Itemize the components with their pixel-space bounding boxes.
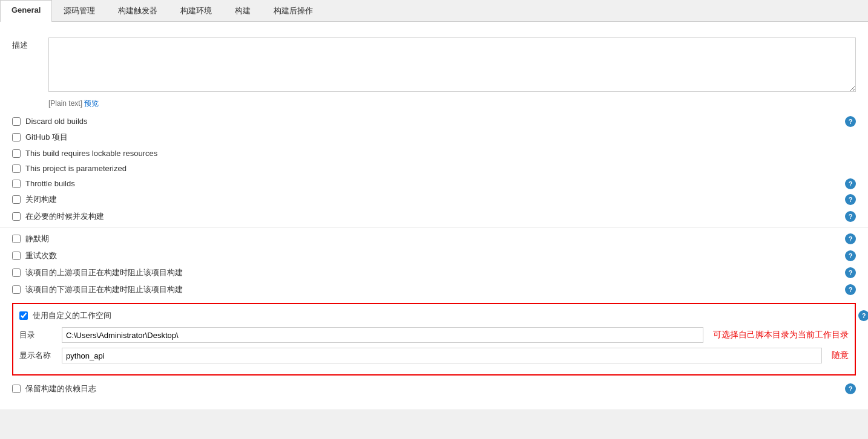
block-upstream-help-icon[interactable]: ? [845, 267, 856, 278]
lockable-resources-label[interactable]: This build requires lockable resources [25, 149, 157, 158]
block-upstream-checkbox[interactable] [12, 268, 21, 277]
description-row: 描述 [0, 34, 868, 97]
block-downstream-checkbox[interactable] [12, 285, 21, 294]
preserve-deps-help-icon[interactable]: ? [845, 383, 856, 394]
tab-general[interactable]: General [0, 0, 52, 22]
checkbox-block-downstream: 该项目的下游项目正在构建时阻止该项目构建 ? [0, 281, 868, 298]
checkbox-github-project: GitHub 项目 [0, 129, 868, 146]
throttle-checkbox[interactable] [12, 180, 21, 188]
disable-build-label[interactable]: 关闭构建 [25, 194, 57, 205]
concurrent-checkbox[interactable] [12, 212, 21, 221]
dir-label: 目录 [19, 330, 62, 340]
tab-bar: General 源码管理 构建触发器 构建环境 构建 构建后操作 [0, 0, 868, 22]
display-input[interactable] [62, 348, 822, 363]
preserve-deps-checkbox[interactable] [12, 385, 21, 393]
preserve-deps-label[interactable]: 保留构建的依赖日志 [25, 383, 96, 394]
discard-builds-checkbox[interactable] [12, 117, 21, 126]
custom-workspace-checkbox[interactable] [19, 311, 28, 320]
display-annotation: 随意 [832, 350, 849, 361]
concurrent-label[interactable]: 在必要的时候并发构建 [25, 211, 104, 222]
block-upstream-label[interactable]: 该项目的上游项目正在构建时阻止该项目构建 [25, 267, 183, 278]
disable-build-checkbox[interactable] [12, 195, 21, 204]
dir-annotation: 可选择自己脚本目录为当前工作目录 [713, 330, 849, 340]
github-project-label[interactable]: GitHub 项目 [25, 132, 68, 143]
retry-count-label[interactable]: 重试次数 [25, 250, 57, 261]
parameterized-checkbox[interactable] [12, 164, 21, 173]
retry-count-checkbox[interactable] [12, 252, 21, 260]
checkbox-throttle: Throttle builds ? [0, 176, 868, 191]
plain-text-label: [Plain text] [48, 99, 82, 108]
plain-text-row: [Plain text] 预览 [0, 97, 868, 114]
tab-post[interactable]: 构建后操作 [262, 0, 324, 21]
tab-trigger[interactable]: 构建触发器 [107, 0, 169, 21]
display-field-row: 显示名称 随意 ? [19, 348, 849, 363]
last-checkbox-row: 保留构建的依赖日志 ? [0, 380, 868, 397]
main-content: 描述 [Plain text] 预览 Discard old builds ? … [0, 22, 868, 409]
concurrent-help-icon[interactable]: ? [845, 211, 856, 222]
retry-count-help-icon[interactable]: ? [845, 250, 856, 261]
discard-builds-help-icon[interactable]: ? [845, 116, 856, 127]
workspace-checkbox-row: 使用自定义的工作空间 [19, 310, 849, 321]
checkbox-block-upstream: 该项目的上游项目正在构建时阻止该项目构建 ? [0, 264, 868, 281]
throttle-help-icon[interactable]: ? [845, 178, 856, 189]
checkbox-discard-builds: Discard old builds ? [0, 114, 868, 129]
custom-workspace-label[interactable]: 使用自定义的工作空间 [33, 310, 111, 321]
dir-input[interactable] [62, 327, 703, 343]
description-label: 描述 [12, 37, 48, 51]
discard-builds-label[interactable]: Discard old builds [25, 117, 88, 126]
checkbox-parameterized: This project is parameterized [0, 161, 868, 176]
workspace-section: 使用自定义的工作空间 目录 可选择自己脚本目录为当前工作目录 显示名称 随意 ? [12, 303, 856, 376]
checkbox-lockable: This build requires lockable resources [0, 146, 868, 161]
tab-env[interactable]: 构建环境 [169, 0, 223, 21]
block-downstream-label[interactable]: 该项目的下游项目正在构建时阻止该项目构建 [25, 284, 183, 295]
preview-link[interactable]: 预览 [84, 99, 99, 108]
checkbox-disable-build: 关闭构建 ? [0, 191, 868, 208]
disable-build-help-icon[interactable]: ? [845, 194, 856, 205]
checkbox-concurrent: 在必要的时候并发构建 ? [0, 208, 868, 225]
checkbox-retry-count: 重试次数 ? [0, 247, 868, 264]
quiet-period-label[interactable]: 静默期 [25, 233, 49, 244]
block-downstream-help-icon[interactable]: ? [845, 284, 856, 295]
quiet-period-help-icon[interactable]: ? [845, 233, 856, 244]
display-label: 显示名称 [19, 350, 62, 361]
dir-field-row: 目录 可选择自己脚本目录为当前工作目录 [19, 327, 849, 343]
tab-build[interactable]: 构建 [223, 0, 262, 21]
checkbox-quiet-period: 静默期 ? [0, 230, 868, 247]
description-control [48, 37, 856, 94]
github-project-checkbox[interactable] [12, 133, 21, 141]
tab-source[interactable]: 源码管理 [52, 0, 107, 21]
divider-1 [0, 227, 868, 228]
parameterized-label[interactable]: This project is parameterized [25, 164, 127, 173]
workspace-help-icon[interactable]: ? [858, 310, 868, 321]
throttle-label[interactable]: Throttle builds [25, 179, 75, 188]
lockable-resources-checkbox[interactable] [12, 149, 21, 158]
quiet-period-checkbox[interactable] [12, 235, 21, 243]
description-input[interactable] [48, 37, 856, 92]
